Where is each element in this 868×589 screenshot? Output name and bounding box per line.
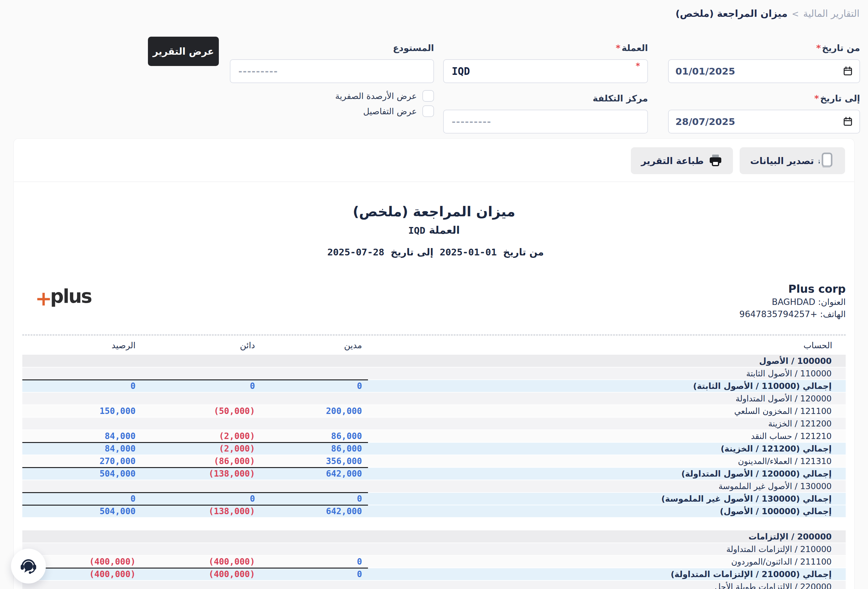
balance-cell: 0: [22, 492, 142, 505]
from-date-input[interactable]: 01/01/2025: [668, 59, 860, 83]
credit-cell: [142, 480, 261, 492]
show-zero-balances-checkbox[interactable]: [422, 90, 434, 102]
print-report-button[interactable]: طباعة التقرير: [631, 147, 733, 174]
debit-cell: [261, 367, 368, 380]
show-details-checkbox[interactable]: [422, 105, 434, 117]
debit-cell: [261, 480, 368, 492]
account-cell: 110000 / الأصول الثابتة: [368, 367, 846, 380]
debit-cell: [261, 417, 368, 430]
view-report-button[interactable]: عرض التقرير: [148, 37, 219, 66]
support-chat-button[interactable]: [11, 549, 46, 583]
balance-column-header: الرصيد: [22, 336, 142, 355]
logo-text: plus: [50, 285, 92, 307]
table-row: 220000 / الإلتزامات طويلة الأجل: [22, 580, 846, 589]
from-date-value: 01/01/2025: [675, 66, 735, 77]
svg-text:XLS: XLS: [819, 159, 820, 165]
company-info: Plus corp العنوان: BAGHDAD الهاتف: +9647…: [739, 282, 846, 321]
account-cell: إجمالي (120000 / الأصول المتداولة): [368, 467, 846, 480]
warehouse-placeholder: ---------: [238, 66, 278, 77]
report-card: XLS تصدير البيانات طباعة التقرير ميزان ا…: [13, 138, 855, 589]
required-star: *: [616, 43, 620, 53]
show-details-label[interactable]: عرض التفاصيل: [363, 106, 417, 116]
printer-icon: [709, 154, 722, 168]
warehouse-label: المستودع: [230, 43, 434, 53]
debit-cell: 0: [261, 380, 368, 392]
to-date-input[interactable]: 28/07/2025: [668, 110, 860, 134]
credit-cell: [142, 355, 261, 367]
required-star: *: [816, 43, 821, 53]
required-star: *: [636, 61, 640, 71]
credit-cell: (138,000): [142, 467, 261, 480]
report-currency-line: العملة IQD: [14, 224, 854, 236]
table-row: 211100 / الدائنون/الموردون0(400,000)(400…: [22, 555, 846, 568]
debit-cell: 642,000: [261, 505, 368, 517]
account-cell: إجمالي (110000 / الأصول الثابتة): [368, 380, 846, 392]
balance-cell: 504,000: [22, 505, 142, 517]
balance-cell: 150,000: [22, 405, 142, 417]
account-cell: 130000 / الأصول غير الملموسة: [368, 480, 846, 492]
currency-select[interactable]: * IQD: [443, 59, 648, 83]
export-data-button[interactable]: XLS تصدير البيانات: [740, 147, 845, 174]
trial-balance-page: التقارير المالية>ميزان المراجعة (ملخص) م…: [0, 0, 868, 589]
credit-cell: [142, 367, 261, 380]
account-cell: 220000 / الإلتزامات طويلة الأجل: [368, 580, 846, 589]
calendar-icon[interactable]: [843, 116, 853, 127]
debit-cell: [261, 355, 368, 367]
table-row: 130000 / الأصول غير الملموسة: [22, 480, 846, 492]
debit-cell: 86,000: [261, 430, 368, 442]
cost-center-select[interactable]: ---------: [443, 110, 648, 134]
credit-cell: [142, 392, 261, 405]
export-data-label: تصدير البيانات: [750, 156, 814, 166]
debit-cell: [261, 392, 368, 405]
table-row: 100000 / الأصول: [22, 355, 846, 367]
warehouse-group: المستودع ---------: [230, 43, 434, 83]
debit-column-header: مدين: [261, 336, 368, 355]
account-cell: 121200 / الخزينة: [368, 417, 846, 430]
account-cell: 121210 / حساب النقد: [368, 430, 846, 442]
report-toolbar: XLS تصدير البيانات طباعة التقرير: [14, 139, 854, 182]
report-currency-code: IQD: [408, 225, 425, 236]
show-details-row: عرض التفاصيل: [363, 105, 434, 117]
company-logo: + plus: [35, 285, 92, 307]
account-cell: 210000 / الإلتزامات المتداولة: [368, 543, 846, 555]
balance-cell: [22, 367, 142, 380]
table-header-row: الحساب مدين دائن الرصيد: [22, 336, 846, 355]
trial-balance-table: الحساب مدين دائن الرصيد 100000 / الأصول1…: [22, 336, 846, 589]
account-cell: 211100 / الدائنون/الموردون: [368, 555, 846, 568]
balance-cell: 270,000: [22, 455, 142, 467]
calendar-icon[interactable]: [843, 66, 853, 77]
debit-cell: 642,000: [261, 467, 368, 480]
debit-cell: [261, 543, 368, 555]
table-row: 210000 / الإلتزامات المتداولة: [22, 543, 846, 555]
breadcrumb-parent[interactable]: التقارير المالية: [803, 8, 859, 19]
show-zero-balances-label[interactable]: عرض الأرصدة الصفرية: [335, 91, 417, 101]
report-title: ميزان المراجعة (ملخص): [14, 203, 854, 219]
report-date-range: من تاريخ 2025-01-01 إلى تاريخ 2025-07-28: [14, 247, 854, 258]
company-name: Plus corp: [739, 282, 846, 296]
balance-cell: [22, 530, 142, 543]
breadcrumb-current: ميزان المراجعة (ملخص): [675, 8, 787, 19]
show-zero-balances-row: عرض الأرصدة الصفرية: [335, 90, 434, 102]
balance-cell: 504,000: [22, 467, 142, 480]
account-cell: إجمالي (121200 / الخزينة): [368, 442, 846, 455]
breadcrumb-separator: >: [792, 9, 799, 19]
report-range-to: 2025-07-28: [327, 247, 384, 258]
company-address: العنوان: BAGHDAD: [739, 296, 846, 308]
balance-cell: 84,000: [22, 442, 142, 455]
warehouse-select[interactable]: ---------: [230, 59, 434, 83]
table-row: 121310 / العملاء/المدينون356,000(86,000)…: [22, 455, 846, 467]
currency-group: العملة* * IQD: [443, 43, 648, 83]
credit-cell: (400,000): [142, 555, 261, 568]
to-date-value: 28/07/2025: [675, 116, 735, 127]
table-row: إجمالي (100000 / الأصول)642,000(138,000)…: [22, 505, 846, 517]
debit-cell: 200,000: [261, 405, 368, 417]
account-cell: 121100 / المخزون السلعي: [368, 405, 846, 417]
credit-cell: 0: [142, 492, 261, 505]
credit-cell: (50,000): [142, 405, 261, 417]
print-report-label: طباعة التقرير: [641, 156, 704, 166]
debit-cell: [261, 530, 368, 543]
balance-cell: [22, 392, 142, 405]
required-star: *: [814, 93, 819, 103]
from-date-label: من تاريخ*: [668, 43, 860, 53]
xls-file-icon: XLS: [819, 152, 835, 169]
